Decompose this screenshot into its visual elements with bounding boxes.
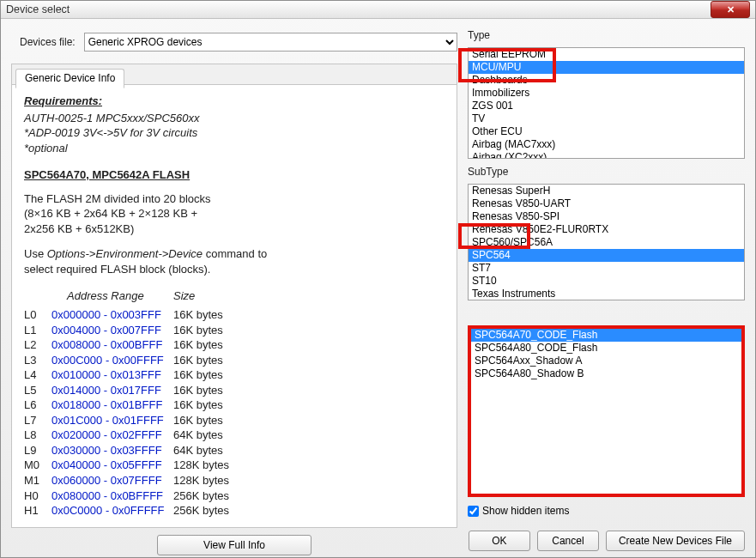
address-row: L70x01C000 - 0x01FFFF16K bytes bbox=[24, 413, 445, 428]
device-item[interactable]: SPC564Axx_Shadow A bbox=[471, 355, 741, 367]
block-label: L3 bbox=[24, 353, 50, 368]
block-label: H0 bbox=[24, 488, 50, 504]
block-size: 64K bytes bbox=[173, 443, 223, 458]
address-range: 0x014000 - 0x017FFF bbox=[51, 383, 172, 398]
address-row: H00x080000 - 0x0BFFFF256K bytes bbox=[24, 488, 445, 504]
block-size: 16K bytes bbox=[173, 323, 223, 338]
type-item[interactable]: MCU/MPU bbox=[469, 61, 744, 74]
titlebar: Device select ✕ bbox=[1, 1, 755, 19]
subtype-item[interactable]: Renesas V850-SPI bbox=[469, 210, 744, 223]
flash-p3: 2x256 KB + 6x512KB) bbox=[24, 221, 445, 237]
tab-strip: Generic Device Info bbox=[12, 64, 457, 85]
type-item[interactable]: Dashboards bbox=[469, 74, 744, 87]
content-area: Devices file: Generic XPROG devices Gene… bbox=[1, 19, 755, 558]
type-listbox[interactable]: Serial EEPROMMCU/MPUDashboardsImmobilize… bbox=[468, 47, 745, 159]
address-range: 0x018000 - 0x01BFFF bbox=[51, 397, 172, 413]
subtype-label: SubType bbox=[468, 166, 745, 178]
device-select-window: Device select ✕ Devices file: Generic XP… bbox=[0, 0, 756, 558]
address-row: L30x00C000 - 0x00FFFF16K bytes bbox=[24, 353, 445, 368]
button-row: OK Cancel Create New Devices File bbox=[468, 531, 745, 551]
address-row: H10x0C0000 - 0x0FFFFF256K bytes bbox=[24, 503, 445, 519]
address-range: 0x0C0000 - 0x0FFFFF bbox=[51, 503, 172, 519]
block-size: 128K bytes bbox=[173, 458, 229, 473]
block-size: 128K bytes bbox=[173, 473, 229, 488]
address-range: 0x008000 - 0x00BFFF bbox=[51, 337, 172, 353]
block-label: L6 bbox=[24, 397, 50, 413]
type-item[interactable]: TV bbox=[469, 112, 744, 125]
type-item[interactable]: Other ECU bbox=[469, 125, 744, 138]
address-row: L10x004000 - 0x007FFF16K bytes bbox=[24, 323, 445, 338]
type-label: Type bbox=[468, 29, 745, 41]
address-row: L80x020000 - 0x02FFFF64K bytes bbox=[24, 428, 445, 443]
devices-file-select[interactable]: Generic XPROG devices bbox=[84, 33, 457, 52]
type-item[interactable]: Airbag (XC2xxx) bbox=[469, 151, 744, 159]
block-size: 16K bytes bbox=[173, 307, 223, 323]
address-row: L90x030000 - 0x03FFFF64K bytes bbox=[24, 443, 445, 458]
address-range: 0x004000 - 0x007FFF bbox=[51, 323, 172, 338]
address-range: 0x01C000 - 0x01FFFF bbox=[51, 413, 172, 428]
close-icon: ✕ bbox=[727, 4, 735, 15]
type-item[interactable]: Serial EEPROM bbox=[469, 48, 744, 61]
block-label: L4 bbox=[24, 367, 50, 383]
requirements-heading: Requirements: bbox=[24, 94, 445, 109]
block-label: L7 bbox=[24, 413, 50, 428]
block-label: L1 bbox=[24, 323, 50, 338]
block-label: H1 bbox=[24, 503, 50, 519]
window-title: Device select bbox=[6, 3, 70, 15]
block-label: L5 bbox=[24, 383, 50, 398]
subtype-item[interactable]: SPC560/SPC56A bbox=[469, 236, 744, 249]
left-panel: Devices file: Generic XPROG devices Gene… bbox=[11, 27, 457, 555]
flash-p1: The FLASH 2M divided into 20 blocks bbox=[24, 191, 445, 207]
address-table: L00x000000 - 0x003FFF16K bytesL10x004000… bbox=[24, 307, 445, 519]
show-hidden-row: Show hidden items bbox=[468, 505, 745, 517]
address-range: 0x060000 - 0x07FFFF bbox=[51, 473, 172, 488]
ok-button[interactable]: OK bbox=[469, 531, 530, 551]
flash-heading: SPC564A70, MPC5642A FLASH bbox=[24, 167, 445, 183]
show-hidden-label: Show hidden items bbox=[482, 505, 569, 517]
address-range: 0x000000 - 0x003FFF bbox=[51, 307, 172, 323]
type-item[interactable]: Immobilizers bbox=[469, 87, 744, 100]
block-size: 16K bytes bbox=[173, 383, 223, 398]
device-item[interactable]: SPC564A80_Shadow B bbox=[471, 367, 741, 380]
subtype-item[interactable]: Renesas V850-UART bbox=[469, 197, 744, 210]
flash-p2: (8×16 KB + 2x64 KB + 2×128 KB + bbox=[24, 206, 445, 221]
address-row: L40x010000 - 0x013FFF16K bytes bbox=[24, 367, 445, 383]
address-range: 0x010000 - 0x013FFF bbox=[51, 367, 172, 383]
subtype-item[interactable]: SPC564 bbox=[469, 249, 744, 262]
block-label: L8 bbox=[24, 428, 50, 443]
view-full-info-button[interactable]: View Full Info bbox=[157, 535, 311, 555]
type-item[interactable]: ZGS 001 bbox=[469, 100, 744, 112]
address-row: L60x018000 - 0x01BFFF16K bytes bbox=[24, 397, 445, 413]
subtype-listbox[interactable]: Renesas SuperHRenesas V850-UARTRenesas V… bbox=[468, 184, 745, 300]
subtype-item[interactable]: Renesas V850E2-FLUR0RTX bbox=[469, 223, 744, 236]
use-instruction: Use Options->Environment->Device command… bbox=[24, 246, 445, 276]
req-line-2: *ADP-0019 3V<->5V for 3V circuits bbox=[24, 125, 445, 141]
block-label: L0 bbox=[24, 307, 50, 323]
subtype-item[interactable]: Renesas SuperH bbox=[469, 185, 744, 197]
address-range: 0x020000 - 0x02FFFF bbox=[51, 428, 172, 443]
address-row: M00x040000 - 0x05FFFF128K bytes bbox=[24, 458, 445, 473]
create-devices-file-button[interactable]: Create New Devices File bbox=[606, 531, 745, 551]
col-size: Size bbox=[173, 288, 195, 304]
subtype-item[interactable]: ST10 bbox=[469, 275, 744, 288]
block-size: 256K bytes bbox=[173, 503, 229, 519]
device-item[interactable]: SPC564A80_CODE_Flash bbox=[471, 342, 741, 355]
address-row: M10x060000 - 0x07FFFF128K bytes bbox=[24, 473, 445, 488]
tab-generic-device-info[interactable]: Generic Device Info bbox=[15, 69, 124, 88]
subtype-item[interactable]: Texas Instruments bbox=[469, 288, 744, 300]
show-hidden-checkbox[interactable] bbox=[468, 506, 479, 517]
cancel-button[interactable]: Cancel bbox=[537, 531, 599, 551]
info-tab-container: Generic Device Info Requirements: AUTH-0… bbox=[11, 64, 457, 528]
devices-file-label: Devices file: bbox=[20, 36, 76, 48]
device-item[interactable]: SPC564A70_CODE_Flash bbox=[471, 329, 741, 342]
device-listbox[interactable]: SPC564A70_CODE_FlashSPC564A80_CODE_Flash… bbox=[468, 325, 745, 497]
subtype-item[interactable]: ST7 bbox=[469, 262, 744, 275]
req-line-1: AUTH-0025-1 MPC5xxx/SPC560xx bbox=[24, 111, 445, 126]
address-range: 0x040000 - 0x05FFFF bbox=[51, 458, 172, 473]
block-size: 16K bytes bbox=[173, 353, 223, 368]
close-button[interactable]: ✕ bbox=[711, 1, 750, 18]
block-size: 16K bytes bbox=[173, 413, 223, 428]
device-info-text[interactable]: Requirements: AUTH-0025-1 MPC5xxx/SPC560… bbox=[12, 85, 457, 527]
address-range: 0x080000 - 0x0BFFFF bbox=[51, 488, 172, 504]
type-item[interactable]: Airbag (MAC7xxx) bbox=[469, 138, 744, 151]
